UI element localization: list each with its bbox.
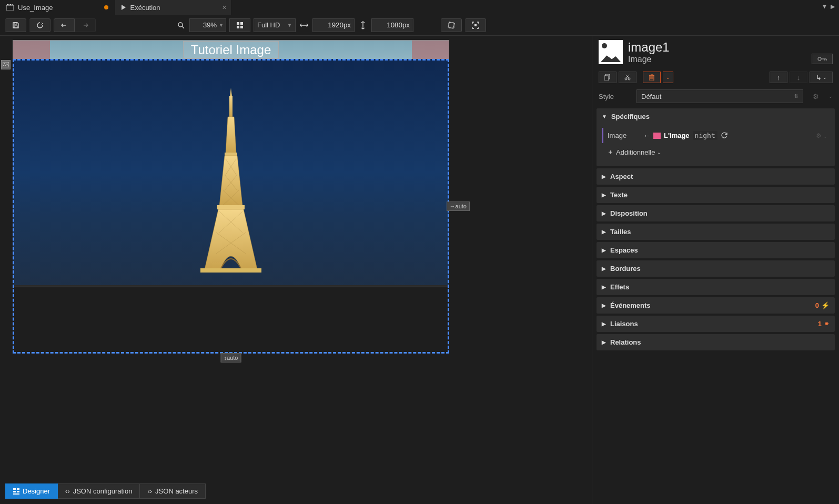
corner-overlay-right xyxy=(412,41,449,59)
svg-rect-10 xyxy=(240,22,243,25)
gear-icon[interactable]: ⚙ ⌄ xyxy=(816,132,827,139)
object-name: image1 xyxy=(628,40,670,55)
scene-title[interactable]: Tutoriel Image xyxy=(183,41,279,59)
section-header-effets[interactable]: ▶Effets xyxy=(597,279,835,295)
save-button[interactable] xyxy=(5,18,26,32)
object-type: Image xyxy=(628,55,670,64)
properties-panel: ▼ ▶ image1 Image ⌄ xyxy=(592,36,839,504)
chevron-right-icon: ▶ xyxy=(602,247,606,253)
arrow-left-icon[interactable]: ← xyxy=(643,132,650,139)
image-object-icon[interactable] xyxy=(1,60,11,69)
section-header-specifiques[interactable]: ▼ Spécifiques xyxy=(597,108,835,125)
zoom-select[interactable]: 39% ▼ xyxy=(189,18,226,32)
image-thumb-icon xyxy=(653,133,661,139)
key-button[interactable] xyxy=(812,54,833,64)
fullscreen-button[interactable] xyxy=(465,18,486,32)
property-label: Image xyxy=(608,132,639,139)
image-type-icon xyxy=(599,40,623,64)
svg-rect-42 xyxy=(604,76,609,80)
height-input[interactable] xyxy=(371,18,413,32)
section-header-liaisons[interactable]: ▶Liaisons1⚭ xyxy=(597,316,835,332)
section-header-relations[interactable]: ▶Relations xyxy=(597,334,835,350)
width-input[interactable] xyxy=(312,18,355,32)
zoom-value: 39% xyxy=(203,21,217,29)
play-icon xyxy=(122,5,126,10)
redo-button[interactable] xyxy=(75,18,96,32)
add-additional-button[interactable]: ＋ Additionnelle ⌄ xyxy=(602,143,830,161)
move-into-button[interactable]: ↳ ⌄ xyxy=(810,72,833,83)
cut-button[interactable] xyxy=(619,72,636,83)
gear-icon[interactable]: ⚙ xyxy=(813,93,819,100)
svg-rect-34 xyxy=(13,491,16,492)
svg-rect-21 xyxy=(200,268,261,273)
refresh-button[interactable] xyxy=(29,18,50,32)
chevron-updown-icon: ⇅ xyxy=(794,94,798,99)
header-bar: Tutoriel Image xyxy=(13,41,449,59)
section-specifiques: ▼ Spécifiques Image ← L'image night ⚙ xyxy=(597,108,835,166)
chevron-down-icon: ▼ xyxy=(219,23,224,28)
link-icon: ⚭ xyxy=(824,320,830,328)
svg-line-8 xyxy=(182,26,184,28)
chevron-down-icon: ▼ xyxy=(287,23,292,28)
toolbar: 39% ▼ Full HD ▼ xyxy=(0,15,839,36)
eiffel-tower-illustration xyxy=(194,85,268,285)
move-down-button[interactable]: ↓ xyxy=(790,72,807,83)
svg-rect-36 xyxy=(13,493,19,495)
resize-handle-right[interactable]: ↔auto xyxy=(447,201,470,211)
tab-json-config[interactable]: ‹› JSON configuration xyxy=(58,483,140,499)
width-icon xyxy=(299,18,309,32)
section-header-bordures[interactable]: ▶Bordures xyxy=(597,260,835,277)
liaisons-count: 1 xyxy=(818,320,822,328)
resize-handle-bottom[interactable]: ↕auto xyxy=(221,353,241,362)
resolution-value: Full HD xyxy=(257,21,280,29)
delete-dropdown[interactable]: ⌄ xyxy=(663,72,673,83)
tab-use-image[interactable]: Use_Image xyxy=(0,0,115,15)
chevron-right-icon: ▶ xyxy=(602,174,606,179)
rotate-button[interactable] xyxy=(441,18,462,32)
svg-rect-32 xyxy=(13,488,16,490)
tab-execution[interactable]: Exécution × xyxy=(115,0,231,15)
main-image[interactable] xyxy=(13,59,449,285)
svg-rect-1 xyxy=(7,4,8,5)
copy-button[interactable] xyxy=(599,72,616,83)
section-header-texte[interactable]: ▶Texte xyxy=(597,187,835,203)
tab-designer[interactable]: Designer xyxy=(5,483,58,499)
delete-button[interactable] xyxy=(643,72,661,83)
section-header-disposition[interactable]: ▶Disposition xyxy=(597,205,835,221)
events-count: 0 xyxy=(815,301,819,309)
refresh-icon[interactable] xyxy=(721,132,728,139)
style-select[interactable]: Défaut ⇅ xyxy=(636,89,803,103)
svg-rect-15 xyxy=(474,24,477,26)
corner-overlay-left xyxy=(13,41,50,59)
unsaved-dot-icon xyxy=(104,5,108,9)
section-header-aspect[interactable]: ▶Aspect xyxy=(597,168,835,185)
zoom-icon[interactable] xyxy=(176,18,186,32)
chevron-down-icon[interactable]: ⌄ xyxy=(828,94,833,99)
svg-rect-20 xyxy=(217,205,245,209)
tab-json-actors[interactable]: ‹› JSON acteurs xyxy=(140,483,206,499)
bottom-tabs: Designer ‹› JSON configuration ‹› JSON a… xyxy=(5,483,206,499)
tab-label: Exécution xyxy=(130,4,160,12)
chevron-right-icon: ▶ xyxy=(602,192,606,198)
section-header-espaces[interactable]: ▶Espaces xyxy=(597,242,835,258)
height-icon xyxy=(358,18,368,32)
section-header-tailles[interactable]: ▶Tailles xyxy=(597,224,835,240)
close-icon[interactable]: × xyxy=(223,3,227,12)
chevron-right-icon: ▶ xyxy=(602,303,606,308)
svg-rect-18 xyxy=(229,96,233,117)
svg-rect-9 xyxy=(237,22,239,25)
svg-rect-11 xyxy=(237,26,239,28)
code-icon: ‹› xyxy=(65,487,70,495)
svg-point-44 xyxy=(628,78,630,80)
section-header-evenements[interactable]: ▶Événements0⚡ xyxy=(597,297,835,314)
svg-rect-14 xyxy=(448,22,454,28)
resolution-select[interactable]: Full HD ▼ xyxy=(254,18,296,32)
undo-button[interactable] xyxy=(54,18,75,32)
svg-point-43 xyxy=(625,78,627,80)
canvas-area[interactable]: Tutoriel Image xyxy=(0,36,592,504)
bolt-icon: ⚡ xyxy=(821,301,830,309)
svg-rect-35 xyxy=(17,491,19,492)
fit-button[interactable] xyxy=(229,18,250,32)
move-up-button[interactable]: ↑ xyxy=(770,72,787,83)
plus-icon: ＋ xyxy=(607,147,614,157)
